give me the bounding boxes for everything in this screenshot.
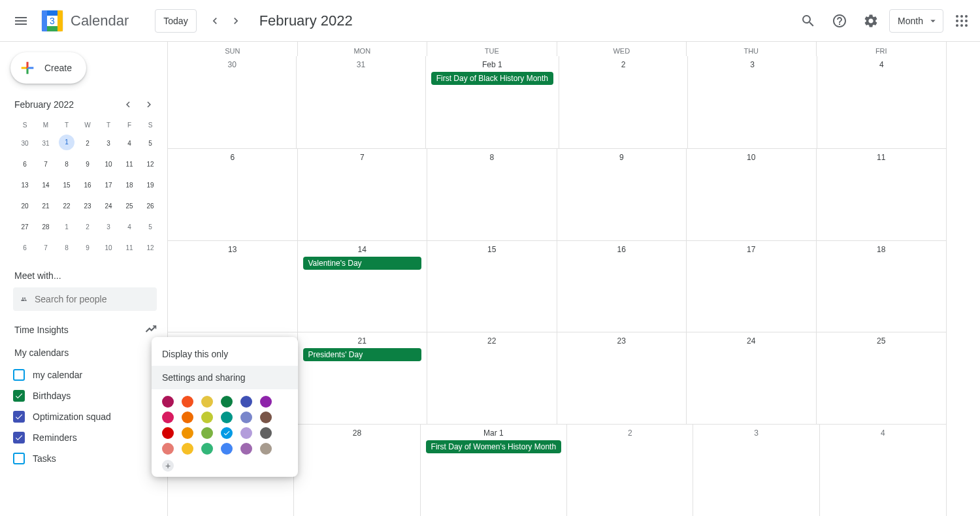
mini-day[interactable]: 23 [80,197,95,216]
calendar-checkbox[interactable] [13,390,25,402]
color-swatch[interactable] [162,443,174,455]
day-cell[interactable]: 31 [297,56,425,148]
day-cell[interactable]: Mar 1First Day of Women's History Month [421,425,567,516]
color-swatch[interactable] [260,427,272,439]
event-chip[interactable]: Valentine's Day [303,257,422,270]
mini-day[interactable]: 26 [142,197,158,216]
mini-day[interactable]: 5 [142,135,158,153]
day-cell[interactable]: 22 [427,332,557,424]
mini-day[interactable]: 8 [59,155,74,174]
create-button[interactable]: Create [10,52,86,84]
day-cell[interactable]: 3 [693,425,819,516]
day-cell[interactable]: 30 [168,56,297,148]
mini-day[interactable]: 31 [38,135,54,153]
mini-day[interactable]: 10 [101,239,116,257]
mini-prev-button[interactable] [120,97,136,112]
day-cell[interactable]: Feb 1First Day of Black History Month [426,56,559,148]
color-swatch[interactable] [201,396,213,408]
day-cell[interactable]: 7 [298,149,428,240]
next-month-button[interactable] [225,10,246,31]
event-chip[interactable]: Presidents' Day [303,348,422,361]
mini-day[interactable]: 8 [59,239,74,257]
day-cell[interactable]: 13 [168,241,298,332]
color-swatch[interactable] [221,396,233,408]
color-swatch[interactable] [201,411,213,423]
prev-month-button[interactable] [204,10,225,31]
color-swatch[interactable] [182,411,193,423]
mini-day[interactable]: 12 [142,239,158,257]
settings-sharing-option[interactable]: Settings and sharing [152,366,298,389]
color-swatch[interactable] [221,411,233,423]
day-cell[interactable]: 21Presidents' Day [298,332,428,424]
day-cell[interactable]: 6 [168,149,298,240]
mini-day[interactable]: 21 [38,197,54,216]
add-custom-color-button[interactable]: + [162,460,174,472]
mini-day[interactable]: 3 [101,135,116,153]
mini-day[interactable]: 10 [101,155,116,174]
mini-day[interactable]: 3 [101,218,116,236]
day-cell[interactable]: 18 [817,241,947,332]
mini-day[interactable]: 1 [59,135,74,150]
mini-day[interactable]: 4 [122,218,137,236]
settings-button[interactable] [858,8,884,34]
color-swatch[interactable] [221,427,233,439]
mini-day[interactable]: 11 [122,155,137,174]
day-cell[interactable]: 25 [817,332,947,424]
day-cell[interactable]: 9 [557,149,687,240]
mini-day[interactable]: 30 [17,135,33,153]
mini-day[interactable]: 2 [80,218,95,236]
day-cell[interactable]: 11 [817,149,947,240]
app-logo[interactable]: 3 Calendar [37,8,129,34]
mini-day[interactable]: 19 [142,176,158,195]
color-swatch[interactable] [240,427,252,439]
search-people-field[interactable] [13,287,157,311]
support-button[interactable] [826,8,853,34]
day-cell[interactable]: 10 [687,149,817,240]
mini-day[interactable]: 17 [101,176,116,195]
color-swatch[interactable] [240,396,252,408]
mini-day[interactable]: 16 [80,176,95,195]
mini-day[interactable]: 14 [38,176,54,195]
color-swatch[interactable] [221,443,233,455]
day-cell[interactable]: 16 [557,241,687,332]
day-cell[interactable]: 3 [688,56,817,148]
mini-day[interactable]: 13 [17,176,33,195]
day-cell[interactable]: 2 [567,425,693,516]
color-swatch[interactable] [240,411,252,423]
color-swatch[interactable] [162,411,174,423]
view-selector[interactable]: Month [889,9,943,33]
calendar-list-item[interactable]: Tasks [13,448,157,469]
mini-day[interactable]: 11 [122,239,137,257]
mini-day[interactable]: 18 [122,176,137,195]
calendar-checkbox[interactable] [13,369,25,381]
mini-day[interactable]: 7 [38,239,54,257]
mini-day[interactable]: 27 [17,218,33,236]
mini-day[interactable]: 28 [38,218,54,236]
event-chip[interactable]: First Day of Women's History Month [426,440,561,453]
color-swatch[interactable] [201,427,213,439]
search-button[interactable] [795,8,821,34]
calendar-checkbox[interactable] [13,411,25,423]
day-cell[interactable]: 4 [817,56,946,148]
mini-day[interactable]: 6 [17,155,33,174]
calendar-list-item[interactable]: Birthdays [13,385,157,406]
main-menu-button[interactable] [5,5,37,37]
color-swatch[interactable] [201,443,213,455]
calendar-list-item[interactable]: my calendar [13,364,157,385]
mini-next-button[interactable] [141,97,157,112]
calendar-list-item[interactable]: Reminders [13,427,157,448]
day-cell[interactable]: 17 [687,241,817,332]
calendar-checkbox[interactable] [13,453,25,464]
color-swatch[interactable] [162,396,174,408]
color-swatch[interactable] [260,411,272,423]
mini-day[interactable]: 9 [80,155,95,174]
mini-day[interactable]: 4 [122,135,137,153]
mini-day[interactable]: 9 [80,239,95,257]
mini-day[interactable]: 22 [59,197,74,216]
day-cell[interactable]: 24 [687,332,817,424]
mini-day[interactable]: 15 [59,176,74,195]
event-chip[interactable]: First Day of Black History Month [431,72,553,85]
color-swatch[interactable] [182,396,193,408]
today-button[interactable]: Today [155,9,196,33]
display-only-option[interactable]: Display this only [152,342,298,366]
